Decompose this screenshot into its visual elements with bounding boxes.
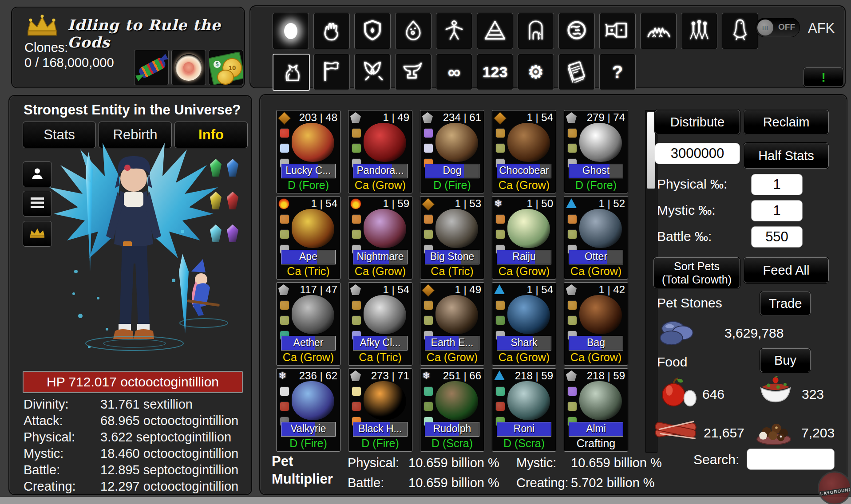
light-orb-button[interactable] bbox=[273, 13, 309, 49]
planet-button[interactable] bbox=[558, 13, 595, 49]
afk-toggle[interactable]: III OFF bbox=[756, 18, 800, 37]
pet-card-chocobear[interactable]: 1 | 54ChocobearCa (Grow) bbox=[492, 110, 556, 193]
pet-card-valkyrie[interactable]: ❄236 | 62ValkyrieD (Fire) bbox=[276, 368, 340, 452]
spaceship-icon bbox=[605, 19, 630, 43]
cave-button[interactable] bbox=[518, 13, 554, 49]
planet-icon bbox=[565, 19, 588, 43]
pet-card-earth-e[interactable]: 1 | 49Earth E...Ca (Grow) bbox=[420, 282, 484, 366]
help-icon: ? bbox=[612, 62, 623, 82]
distribute-button[interactable]: Distribute bbox=[655, 110, 740, 134]
diamond-element-icon bbox=[422, 198, 434, 210]
spaceship-button[interactable] bbox=[599, 13, 636, 49]
anvil-button[interactable] bbox=[395, 54, 431, 90]
pet-stones-icon[interactable] bbox=[659, 319, 694, 348]
physical-permille-label: Physical ‰: bbox=[657, 177, 727, 192]
pet-card-dog[interactable]: 234 | 61DogD (Fire) bbox=[420, 110, 484, 193]
pet-levels: 218 | 59 bbox=[515, 370, 553, 382]
stat-label: Battle: bbox=[24, 463, 60, 477]
pets-cat-button[interactable] bbox=[273, 54, 310, 91]
equip-icon bbox=[280, 402, 289, 411]
pet-card-lucky-c[interactable]: 203 | 48Lucky C...D (Fore) bbox=[276, 110, 340, 193]
sort-pets-button[interactable]: Sort Pets (Total Growth) bbox=[653, 257, 740, 288]
distribute-amount-input[interactable] bbox=[655, 143, 740, 164]
pet-name-bar: Ape bbox=[281, 250, 336, 264]
body-button[interactable] bbox=[436, 13, 472, 49]
crossed-blades-button[interactable] bbox=[354, 54, 391, 90]
book-button[interactable] bbox=[558, 54, 595, 90]
pet-class: Ca (Tric) bbox=[348, 351, 412, 364]
cracker-item[interactable] bbox=[134, 50, 169, 85]
pet-name-bar: Black H... bbox=[353, 422, 408, 437]
apple-egg-food-icon[interactable] bbox=[660, 376, 698, 410]
equip-icon bbox=[424, 143, 433, 153]
gear-button[interactable]: ⚙ bbox=[518, 54, 554, 90]
alert-button[interactable]: ! bbox=[804, 67, 843, 87]
pet-card-ghost[interactable]: 279 | 74GhostD (Fore) bbox=[564, 110, 628, 193]
pet-name: Ape bbox=[281, 251, 335, 263]
pet-levels: 1 | 49 bbox=[455, 284, 481, 296]
physical-permille-input[interactable] bbox=[751, 174, 803, 195]
pet-card-pandora[interactable]: 1 | 49Pandora...Ca (Grow) bbox=[348, 110, 412, 193]
pet-multiplier-title: Pet Multiplier bbox=[272, 453, 333, 488]
pet-card-otter[interactable]: 1 | 52OtterCa (Grow) bbox=[564, 196, 628, 280]
soul-blob-button[interactable] bbox=[395, 13, 431, 49]
pet-card-raiju[interactable]: ❄1 | 50RaijuCa (Grow) bbox=[492, 196, 556, 280]
pet-card-big-stone[interactable]: 1 | 53Big StoneCa (Tric) bbox=[420, 196, 484, 280]
stone-element-icon bbox=[422, 112, 434, 124]
pet-name-bar: Pandora... bbox=[353, 164, 408, 178]
pet-name: Bag bbox=[569, 337, 623, 349]
clones-label: Clones: bbox=[24, 40, 68, 55]
pyramid-button[interactable] bbox=[477, 13, 513, 49]
pet-card-shark[interactable]: 1 | 54SharkCa (Grow) bbox=[492, 282, 556, 366]
infinity-button[interactable]: ∞ bbox=[436, 54, 472, 90]
monsters-button[interactable] bbox=[640, 13, 677, 49]
multiplier-creating-value: 5.702 billion % bbox=[571, 476, 655, 490]
pet-card-almi[interactable]: 218 | 59AlmiCrafting bbox=[564, 368, 628, 452]
header-panel: Idling to Rule the Gods Clones: 0 / 168,… bbox=[11, 7, 245, 88]
crowd-button[interactable] bbox=[681, 13, 717, 49]
pet-card-roni[interactable]: 218 | 59RoniD (Scra) bbox=[492, 368, 556, 452]
pet-stones-label: Pet Stones bbox=[657, 295, 722, 311]
pet-name: Black H... bbox=[353, 423, 407, 435]
pet-class: D (Fire) bbox=[420, 179, 484, 192]
numbers-button[interactable]: 123 bbox=[477, 54, 513, 90]
flag-button[interactable] bbox=[313, 54, 350, 90]
fist-button[interactable] bbox=[313, 13, 350, 49]
pet-card-black-h[interactable]: 273 | 71Black H...D (Fire) bbox=[348, 368, 412, 452]
pet-name-bar: Roni bbox=[497, 422, 551, 437]
pet-class: Ca (Grow) bbox=[492, 351, 556, 364]
shield-button[interactable] bbox=[354, 13, 391, 49]
pet-card-afky-cl[interactable]: 1 | 54Afky Cl...Ca (Tric) bbox=[348, 282, 412, 366]
money-item[interactable]: $ 10 bbox=[209, 50, 243, 85]
chocolates-food-icon[interactable] bbox=[755, 416, 792, 447]
half-stats-button[interactable]: Half Stats bbox=[744, 143, 829, 169]
reclaim-button[interactable]: Reclaim bbox=[744, 110, 829, 134]
stone-element-icon bbox=[566, 284, 578, 296]
entity-title: Strongest Entity in the Universe? bbox=[24, 102, 241, 118]
pet-card-rudolph[interactable]: ❄251 | 66RudolphD (Scra) bbox=[420, 368, 484, 452]
search-input[interactable] bbox=[747, 449, 835, 470]
pet-card-ape[interactable]: 1 | 54ApeCa (Tric) bbox=[276, 196, 340, 280]
apple-egg-food-count: 646 bbox=[702, 387, 724, 402]
pet-art bbox=[364, 209, 406, 248]
mystic-permille-input[interactable] bbox=[751, 200, 803, 221]
buy-button[interactable]: Buy bbox=[760, 348, 811, 372]
bacon-food-icon[interactable] bbox=[653, 415, 698, 445]
battle-permille-input[interactable] bbox=[751, 226, 803, 248]
penguin-button[interactable] bbox=[722, 13, 758, 49]
pet-card-nightmare[interactable]: 1 | 59NightmareCa (Grow) bbox=[348, 196, 412, 280]
afk-label: AFK bbox=[808, 20, 835, 36]
water-element-icon bbox=[566, 198, 578, 210]
diamond-element-icon bbox=[494, 112, 506, 124]
trade-button[interactable]: Trade bbox=[760, 291, 811, 315]
equip-icon bbox=[567, 402, 577, 411]
equip-icon bbox=[424, 315, 433, 325]
help-button[interactable]: ? bbox=[599, 54, 636, 90]
bowl-food-icon[interactable] bbox=[756, 376, 795, 410]
pet-card-aether[interactable]: 117 | 47AetherCa (Grow) bbox=[276, 282, 340, 366]
pet-card-bag[interactable]: 1 | 42BagCa (Grow) bbox=[564, 282, 628, 366]
pet-class: D (Fire) bbox=[348, 437, 412, 450]
flower-item[interactable] bbox=[171, 50, 206, 85]
pet-scrollbar-thumb[interactable] bbox=[647, 112, 655, 189]
feed-all-button[interactable]: Feed All bbox=[744, 257, 829, 283]
